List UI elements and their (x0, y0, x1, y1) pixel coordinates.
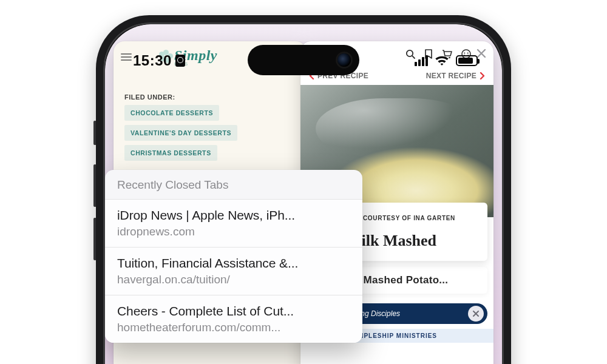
search-icon[interactable] (405, 49, 416, 59)
category-tag[interactable]: CHRISTMAS DESSERTS (124, 145, 217, 161)
svg-point-2 (449, 57, 450, 59)
recently-closed-tab-item[interactable]: Cheers - Complete List of Cut... homethe… (105, 295, 362, 343)
cart-icon[interactable] (441, 49, 452, 59)
recently-closed-tabs-panel: Recently Closed Tabs iDrop News | Apple … (105, 170, 362, 343)
svg-point-4 (464, 53, 465, 54)
ad-close-icon[interactable] (468, 306, 484, 322)
category-tag[interactable]: VALENTINE'S DAY DESSERTS (124, 125, 237, 141)
iphone-device: 15:30 (96, 15, 511, 364)
recently-closed-tab-item[interactable]: Tuition, Financial Assistance &... haver… (105, 247, 362, 295)
recently-closed-tab-item[interactable]: iDrop News | Apple News, iPh... idropnew… (105, 199, 362, 247)
closed-tab-title: Tuition, Financial Assistance &... (117, 256, 351, 271)
site-logo[interactable]: Simply PES (160, 47, 217, 67)
dynamic-island (248, 45, 359, 75)
flower-icon (160, 50, 173, 64)
closed-tab-title: iDrop News | Apple News, iPh... (117, 208, 351, 223)
next-recipe-label: NEXT RECIPE (426, 72, 476, 80)
closed-tab-url: havergal.on.ca/tuition/ (117, 273, 351, 286)
menu-icon[interactable] (121, 52, 132, 62)
filed-under-label: FILED UNDER: (124, 93, 296, 101)
closed-tab-url: hometheaterforum.com/comm... (117, 321, 351, 334)
svg-point-5 (467, 53, 469, 54)
next-recipe-link[interactable]: NEXT RECIPE (426, 72, 485, 80)
phone-screen: 15:30 (105, 24, 502, 364)
category-tag[interactable]: CHOCOLATE DESSERTS (124, 105, 219, 121)
closed-tab-title: Cheers - Complete List of Cut... (117, 304, 351, 318)
close-tab-button[interactable] (473, 45, 490, 62)
svg-point-1 (445, 57, 447, 59)
smile-icon[interactable] (461, 49, 472, 59)
svg-point-3 (462, 50, 470, 58)
front-camera (337, 53, 351, 67)
closed-tab-url: idropnews.com (117, 225, 351, 238)
panel-header: Recently Closed Tabs (105, 170, 362, 199)
bookmark-icon[interactable] (424, 49, 433, 59)
